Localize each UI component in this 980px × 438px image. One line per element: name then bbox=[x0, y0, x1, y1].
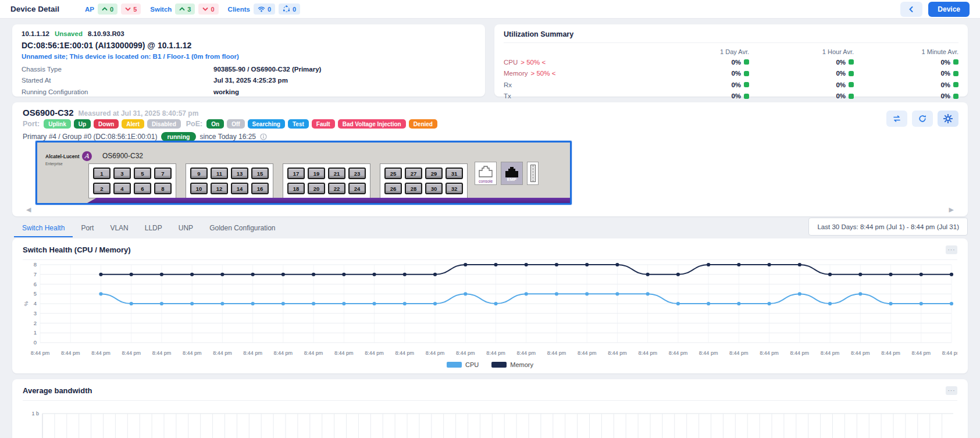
port-28[interactable]: 28 bbox=[405, 183, 422, 194]
utilization-row: CPU> 50% <0%0%0% bbox=[504, 56, 958, 68]
carousel-left-icon[interactable]: ◀ bbox=[26, 206, 31, 213]
port-23[interactable]: 23 bbox=[348, 168, 366, 179]
metric-name: Memory bbox=[504, 70, 528, 77]
port-26[interactable]: 26 bbox=[384, 183, 402, 194]
port-group: 2527293126283032 bbox=[380, 163, 468, 198]
switch-health-header: Switch Health (CPU / Memory) ··· bbox=[23, 245, 957, 260]
port-11[interactable]: 11 bbox=[211, 168, 228, 179]
svg-text:8:44 pm: 8:44 pm bbox=[274, 350, 293, 356]
tab-lldp[interactable]: LLDP bbox=[137, 220, 170, 237]
tab-unp[interactable]: UNP bbox=[170, 220, 201, 237]
refresh-icon bbox=[918, 115, 926, 123]
poe-status-badge: Off bbox=[227, 119, 244, 129]
date-range-selector[interactable]: Last 30 Days: 8:44 pm (Jul 1) - 8:44 pm … bbox=[808, 218, 968, 236]
field-value: Jul 31, 2025 4:25:23 pm bbox=[213, 77, 288, 84]
legend-item-cpu[interactable]: CPU bbox=[447, 361, 479, 368]
port-group: 1719212318202224 bbox=[283, 163, 370, 198]
port-13[interactable]: 13 bbox=[231, 168, 248, 179]
chevron-down-icon bbox=[202, 6, 208, 12]
wifi-icon bbox=[258, 6, 265, 12]
port-7[interactable]: 7 bbox=[154, 168, 172, 179]
port-29[interactable]: 29 bbox=[425, 168, 443, 179]
svg-text:8: 8 bbox=[34, 261, 37, 268]
port-14[interactable]: 14 bbox=[231, 183, 248, 194]
info-icon[interactable] bbox=[260, 133, 267, 140]
ap-up-chip[interactable]: 0 bbox=[98, 3, 117, 15]
port-15[interactable]: 15 bbox=[251, 168, 269, 179]
device-button[interactable]: Device bbox=[928, 2, 970, 17]
tab-port[interactable]: Port bbox=[73, 220, 102, 237]
field-label: Running Configuration bbox=[22, 88, 213, 95]
settings-button[interactable] bbox=[938, 111, 958, 127]
tab-switch-health[interactable]: Switch Health bbox=[14, 220, 73, 237]
ap-down-chip[interactable]: 5 bbox=[121, 3, 141, 15]
metric-value: 0% bbox=[836, 92, 846, 99]
metric-value: 0% bbox=[836, 70, 846, 77]
switch-front-panel[interactable]: Alcatel-Lucent A Enterprise OS6900-C32 1… bbox=[35, 141, 572, 205]
emp-port[interactable]: EMP bbox=[501, 162, 523, 185]
port-3[interactable]: 3 bbox=[113, 168, 131, 179]
device-info-card: 10.1.1.12 Unsaved 8.10.93.R03 DC:08:56:1… bbox=[12, 24, 485, 97]
svg-text:8:44 pm: 8:44 pm bbox=[365, 350, 384, 356]
svg-text:8:44 pm: 8:44 pm bbox=[486, 350, 505, 356]
back-button[interactable] bbox=[900, 2, 922, 17]
port-9[interactable]: 9 bbox=[190, 168, 208, 179]
port-16[interactable]: 16 bbox=[251, 183, 269, 194]
switch-up-chip[interactable]: 3 bbox=[175, 3, 195, 15]
port-groups: 1357246891113151012141617192123182022242… bbox=[88, 163, 468, 198]
port-status-badges: UplinkUpDownAlertDisabled bbox=[44, 119, 181, 129]
port-22[interactable]: 22 bbox=[328, 183, 345, 194]
port-8[interactable]: 8 bbox=[154, 183, 172, 194]
svg-text:8:44 pm: 8:44 pm bbox=[426, 350, 445, 356]
svg-text:2: 2 bbox=[34, 320, 37, 326]
svg-text:8:44 pm: 8:44 pm bbox=[912, 350, 931, 356]
port-4[interactable]: 4 bbox=[113, 183, 131, 194]
clients-wifi-chip[interactable]: 0 bbox=[254, 3, 275, 15]
port-27[interactable]: 27 bbox=[405, 168, 422, 179]
legend-item-memory[interactable]: Memory bbox=[491, 361, 533, 368]
chart-menu-button[interactable]: ··· bbox=[946, 386, 957, 395]
svg-text:0: 0 bbox=[34, 339, 37, 346]
port-2[interactable]: 2 bbox=[93, 183, 111, 194]
port-6[interactable]: 6 bbox=[134, 183, 151, 194]
console-port[interactable]: console bbox=[475, 162, 497, 185]
device-location-link[interactable]: Unnamed site; This device is located on:… bbox=[22, 53, 476, 60]
metric-value: 0% bbox=[836, 59, 846, 66]
utilization-column-header: 1 Day Avr. bbox=[644, 48, 749, 55]
svg-text:8:44 pm: 8:44 pm bbox=[699, 350, 718, 356]
port-25[interactable]: 25 bbox=[384, 168, 402, 179]
swap-view-button[interactable] bbox=[886, 111, 907, 127]
chart-menu-button[interactable]: ··· bbox=[946, 245, 957, 254]
port-19[interactable]: 19 bbox=[308, 168, 325, 179]
metric-name: CPU bbox=[504, 59, 518, 66]
status-ok-icon bbox=[744, 59, 749, 65]
legend-label: CPU bbox=[465, 361, 479, 368]
chevron-up-icon bbox=[179, 6, 185, 12]
switch-down-chip[interactable]: 0 bbox=[198, 3, 218, 15]
svg-text:8:44 pm: 8:44 pm bbox=[608, 350, 627, 356]
port-17[interactable]: 17 bbox=[287, 168, 305, 179]
port-5[interactable]: 5 bbox=[134, 168, 151, 179]
port-status-badge: Up bbox=[74, 119, 91, 129]
port-30[interactable]: 30 bbox=[425, 183, 443, 194]
port-24[interactable]: 24 bbox=[348, 183, 366, 194]
usb-port[interactable] bbox=[527, 162, 539, 185]
port-12[interactable]: 12 bbox=[211, 183, 228, 194]
status-ok-icon bbox=[953, 59, 958, 65]
port-20[interactable]: 20 bbox=[308, 183, 325, 194]
utilization-row: Rx0%0%0% bbox=[504, 79, 958, 91]
refresh-button[interactable] bbox=[912, 111, 933, 127]
tab-golden-configuration[interactable]: Golden Configuration bbox=[201, 220, 283, 237]
port-32[interactable]: 32 bbox=[446, 183, 463, 194]
metric-value-cell: 0% bbox=[854, 81, 958, 88]
port-1[interactable]: 1 bbox=[93, 168, 111, 179]
port-10[interactable]: 10 bbox=[190, 183, 208, 194]
port-18[interactable]: 18 bbox=[287, 183, 305, 194]
port-21[interactable]: 21 bbox=[328, 168, 345, 179]
metric-label: Memory> 50% < bbox=[504, 70, 644, 77]
svg-text:8:44 pm: 8:44 pm bbox=[578, 350, 597, 356]
port-31[interactable]: 31 bbox=[446, 168, 463, 179]
tab-vlan[interactable]: VLAN bbox=[102, 220, 136, 237]
clients-mesh-chip[interactable]: 0 bbox=[279, 3, 300, 15]
carousel-right-icon[interactable]: ▶ bbox=[949, 206, 954, 213]
